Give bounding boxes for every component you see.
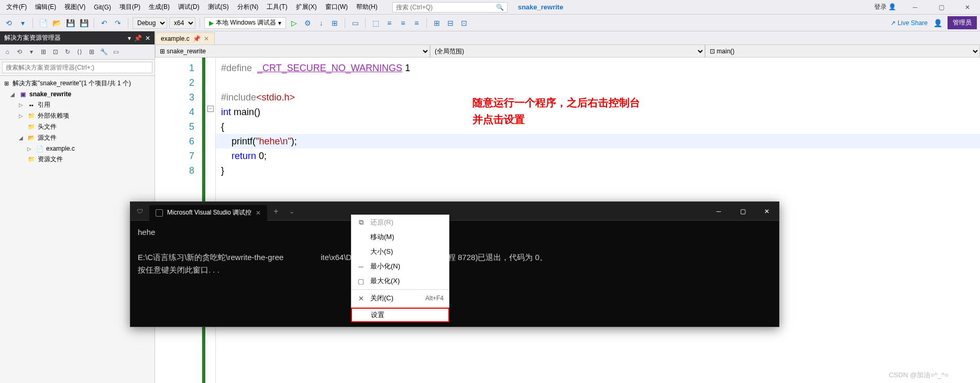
menu-analyze[interactable]: 分析(N) [233, 1, 263, 14]
menu-view[interactable]: 视图(V) [60, 1, 90, 14]
collapse-icon[interactable]: − [207, 106, 214, 112]
sign-in-button[interactable]: 登录 👤 [871, 1, 899, 14]
tool-icon-11[interactable]: ⊡ [458, 17, 470, 29]
tool-icon-2[interactable]: ↓ [315, 17, 327, 29]
tool-icon-10[interactable]: ⊟ [445, 17, 456, 29]
menu-test[interactable]: 测试(S) [204, 1, 233, 14]
expand-icon[interactable]: ◢ [19, 135, 25, 141]
tool-icon-4[interactable]: ▭ [349, 17, 361, 29]
global-search[interactable]: 🔍 [392, 2, 508, 13]
resources-node[interactable]: 📁资源文件 [0, 154, 155, 165]
refs-icon: ▪▪ [27, 101, 36, 109]
menu-bar: 文件(F) 编辑(E) 视图(V) Git(G) 项目(P) 生成(B) 调试(… [0, 0, 980, 15]
ctx-size[interactable]: 大小(S) [351, 244, 449, 259]
solution-root[interactable]: ⊞解决方案"snake_rewrite"(1 个项目/共 1 个) [0, 78, 155, 89]
tool-icon-8[interactable]: ≡ [411, 17, 422, 29]
nav-function-select[interactable]: ⊡ main() [705, 45, 980, 58]
nav-scope-select[interactable]: (全局范围) [430, 45, 705, 58]
redo-icon[interactable]: ↷ [112, 17, 124, 29]
tool-icon-6[interactable]: ≡ [383, 17, 395, 29]
pin-icon[interactable]: ▾ [128, 35, 131, 42]
open-icon[interactable]: 📂 [51, 17, 62, 29]
pin-icon[interactable]: 📌 [193, 35, 201, 42]
tool-icon-3[interactable]: ⊞ [329, 17, 340, 29]
sol-tool-7[interactable]: ⟨⟩ [74, 47, 85, 57]
close-button[interactable]: ✕ [755, 202, 779, 221]
expand-icon[interactable]: ◢ [10, 92, 17, 97]
folder-open-icon: 📂 [27, 134, 36, 142]
menu-debug[interactable]: 调试(D) [174, 1, 204, 14]
tool-icon-1[interactable]: ⚙ [302, 17, 313, 29]
menu-build[interactable]: 生成(B) [145, 1, 174, 14]
platform-select[interactable]: x64 [169, 17, 195, 29]
undo-icon[interactable]: ↶ [98, 17, 110, 29]
nav-back-icon[interactable]: ⟲ [3, 17, 15, 29]
tab-example-c[interactable]: example.c 📌 ✕ [155, 32, 215, 44]
menu-file[interactable]: 文件(F) [2, 1, 31, 14]
project-node[interactable]: ◢▣snake_rewrite [0, 89, 155, 99]
sol-tool-10[interactable]: ▭ [111, 47, 121, 57]
menu-project[interactable]: 项目(P) [115, 1, 145, 14]
minimize-button[interactable]: ─ [707, 202, 731, 221]
ctx-move[interactable]: 移动(M) [351, 230, 449, 244]
expand-icon[interactable]: ▷ [19, 113, 25, 119]
expand-icon[interactable]: ▷ [19, 102, 25, 108]
sol-tool-4[interactable]: ⊞ [38, 47, 49, 57]
menu-git[interactable]: Git(G) [90, 2, 115, 13]
sol-tool-3[interactable]: ▾ [26, 47, 37, 57]
headers-node[interactable]: 📁头文件 [0, 121, 155, 132]
home-icon[interactable]: ⌂ [2, 47, 13, 57]
vs-icon [156, 209, 163, 217]
menu-extensions[interactable]: 扩展(X) [292, 1, 321, 14]
menu-window[interactable]: 窗口(W) [321, 1, 352, 14]
maximize-button[interactable]: ▢ [931, 1, 952, 14]
terminal-titlebar[interactable]: 🛡 Microsoft Visual Studio 调试控 ✕ + ⌄ ─ ▢ … [130, 202, 779, 221]
source-file-node[interactable]: ▷📄example.c [0, 143, 155, 154]
new-file-icon[interactable]: 📄 [37, 17, 49, 29]
wrench-icon[interactable]: 🔧 [98, 47, 109, 57]
menu-edit[interactable]: 编辑(E) [31, 1, 60, 14]
external-deps-node[interactable]: ▷📁外部依赖项 [0, 110, 155, 121]
sol-tool-2[interactable]: ⟲ [14, 47, 25, 57]
start-nodebug-icon[interactable]: ▷ [288, 17, 300, 29]
references-node[interactable]: ▷▪▪引用 [0, 99, 155, 110]
sources-node[interactable]: ◢📂源文件 [0, 132, 155, 143]
solution-search-input[interactable] [2, 62, 152, 73]
ctx-maximize[interactable]: ▢最大化(X) [351, 274, 449, 288]
save-icon[interactable]: 💾 [64, 17, 76, 29]
minimize-icon: ─ [357, 263, 365, 271]
minimize-button[interactable]: ─ [905, 1, 926, 14]
sol-tool-6[interactable]: ↻ [62, 47, 73, 57]
new-tab-button[interactable]: + [267, 207, 284, 216]
tool-icon-5[interactable]: ⬚ [370, 17, 381, 29]
solution-explorer-title: 解决方案资源管理器 ▾📌✕ [0, 31, 155, 44]
menu-tools[interactable]: 工具(T) [262, 1, 291, 14]
expand-icon[interactable]: ▷ [27, 146, 34, 152]
feedback-icon[interactable]: 👤 [932, 17, 943, 29]
save-all-icon[interactable]: 💾 [78, 17, 90, 29]
tool-icon-9[interactable]: ⊞ [431, 17, 443, 29]
folder-icon: 📁 [27, 155, 36, 164]
start-debug-button[interactable]: ▶ 本地 Windows 调试器 ▾ [204, 17, 286, 29]
sol-tool-8[interactable]: ⊞ [86, 47, 97, 57]
chevron-down-icon[interactable]: ⌄ [285, 208, 299, 215]
live-share-button[interactable]: ↗ Live Share [890, 19, 928, 27]
nav-project-select[interactable]: ⊞ snake_rewrite [155, 45, 430, 58]
nav-fwd-icon[interactable]: ▾ [17, 17, 28, 29]
tool-icon-7[interactable]: ≡ [397, 17, 409, 29]
sol-tool-5[interactable]: ⊡ [50, 47, 61, 57]
close-button[interactable]: ✕ [957, 1, 978, 14]
global-search-input[interactable] [396, 4, 496, 11]
close-icon[interactable]: ✕ [204, 35, 209, 42]
terminal-tab[interactable]: Microsoft Visual Studio 调试控 ✕ [149, 205, 267, 221]
pin-icon[interactable]: 📌 [134, 35, 142, 42]
menu-help[interactable]: 帮助(H) [352, 1, 382, 14]
ctx-minimize[interactable]: ─最小化(N) [351, 259, 449, 274]
ctx-settings[interactable]: 设置 [351, 308, 449, 322]
config-select[interactable]: Debug [133, 17, 167, 29]
close-icon[interactable]: ✕ [256, 209, 261, 217]
close-icon[interactable]: ✕ [145, 35, 150, 42]
terminal-body[interactable]: hehe E:\C语言练习\新的贪吃蛇\rewrite-the-gree ite… [130, 221, 779, 281]
ctx-close[interactable]: ✕关闭(C)Alt+F4 [351, 291, 449, 306]
maximize-button[interactable]: ▢ [731, 202, 755, 221]
